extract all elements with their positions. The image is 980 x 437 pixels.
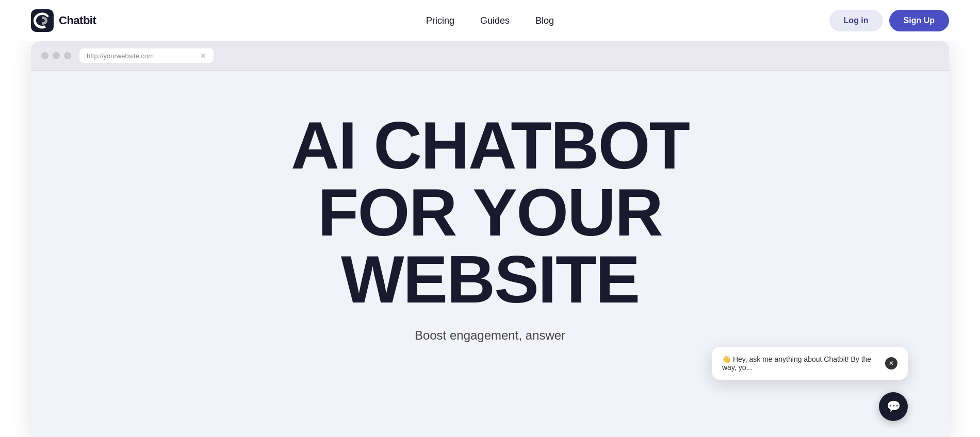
browser-mockup: http://yourwebsite.com ✕ AI CHATBOT FOR …: [31, 41, 949, 437]
hero-subtitle: Boost engagement, answer: [415, 328, 565, 343]
nav-links: Pricing Guides Blog: [426, 15, 554, 26]
dot-yellow: [53, 52, 60, 59]
login-button[interactable]: Log in: [829, 10, 883, 31]
close-tab-icon[interactable]: ✕: [200, 52, 206, 60]
navbar: Chatbit Pricing Guides Blog Log in Sign …: [0, 0, 980, 41]
hero-line1: AI CHATBOT: [291, 112, 689, 179]
nav-buttons: Log in Sign Up: [829, 10, 949, 31]
chat-popup: 👋 Hey, ask me anything about Chatbit! By…: [712, 347, 908, 380]
logo-link[interactable]: Chatbit: [31, 9, 96, 32]
chat-widget-button[interactable]: 💬: [879, 392, 908, 421]
browser-content: AI CHATBOT FOR YOUR WEBSITE Boost engage…: [31, 71, 949, 437]
dot-green: [64, 52, 71, 59]
logo-icon: [31, 9, 54, 32]
dot-red: [41, 52, 48, 59]
address-bar[interactable]: http://yourwebsite.com ✕: [79, 48, 214, 63]
address-text: http://yourwebsite.com: [87, 52, 195, 60]
nav-link-guides[interactable]: Guides: [480, 15, 510, 26]
hero-line3: WEBSITE: [291, 246, 689, 313]
hero-line2: FOR YOUR: [291, 179, 689, 246]
browser-dots: [41, 52, 71, 59]
chat-popup-close-button[interactable]: ✕: [885, 357, 897, 369]
nav-link-pricing[interactable]: Pricing: [426, 15, 454, 26]
hero-headline: AI CHATBOT FOR YOUR WEBSITE: [291, 112, 689, 313]
nav-link-blog[interactable]: Blog: [535, 15, 554, 26]
logo-text: Chatbit: [59, 14, 96, 27]
signup-button[interactable]: Sign Up: [889, 10, 949, 31]
browser-bar: http://yourwebsite.com ✕: [31, 41, 949, 71]
chat-popup-text: 👋 Hey, ask me anything about Chatbit! By…: [722, 355, 879, 372]
chat-widget-icon: 💬: [887, 400, 901, 413]
